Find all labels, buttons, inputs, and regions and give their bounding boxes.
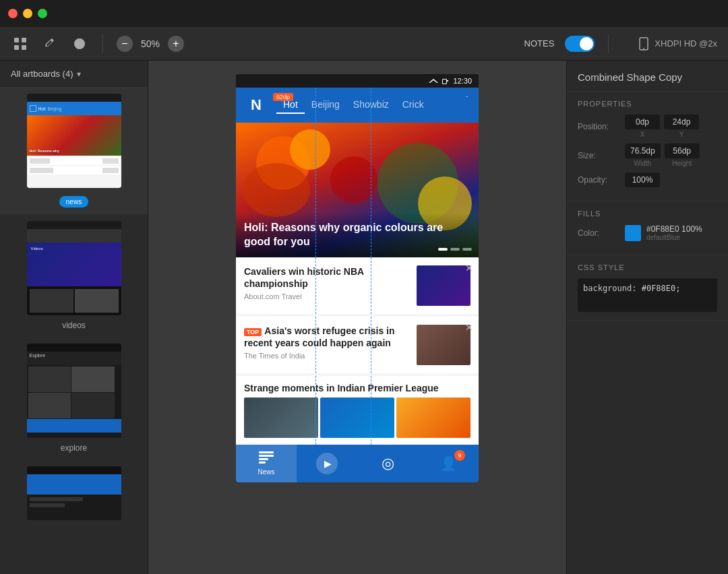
color-hex: #0F88E0 100% [646,224,702,234]
traffic-light-minimize[interactable] [23,9,32,18]
status-bar: 12:30 [236,74,479,88]
bottom-nav-explore[interactable]: ◎ [357,445,418,482]
color-info: #0F88E0 100% defaultBlue [646,224,702,241]
sidebar-item-videos[interactable]: Videos videos [0,214,148,337]
dot-1 [438,248,448,251]
blob6 [330,156,377,203]
phone-mockup: 12:30 N Hot Beijing Showbiz Crick + 62dp [236,74,479,482]
sidebar-item-explore[interactable]: Explore explore [0,337,148,459]
dot-2 [450,248,460,251]
blob2 [290,129,330,170]
zoom-minus-button[interactable]: − [117,36,133,52]
width-wrapper: 76.5dp Width [625,144,661,167]
artboard-thumb-videos: Videos [27,221,121,315]
size-label: Size: [578,151,625,160]
fills-section: FILLS Color: #0F88E0 100% defaultBlue [567,201,728,255]
nav-logo: N [244,93,268,117]
grid-item-3 [396,397,471,438]
traffic-light-fullscreen[interactable] [38,9,47,18]
svg-rect-10 [259,458,268,460]
notes-label: NOTES [524,38,555,49]
svg-rect-2 [14,45,19,50]
traffic-light-close[interactable] [8,9,18,18]
device-label: XHDPI HD @2x [655,38,717,49]
news-item-title-2: TOPAsia's worst refugee crisis in recent… [244,325,410,349]
news-item-1[interactable]: Cavaliers win historic NBA championship … [236,257,479,314]
height-wrapper: 56dp Height [665,144,700,167]
position-y-value[interactable]: 24dp [664,115,699,129]
profile-icon: 👤 [440,455,457,472]
hero-title: Holi: Reasons why organic colours are go… [244,221,471,249]
size-row: Size: 76.5dp Width 56dp Height [578,144,717,167]
x-wrapper: 0dp X [625,115,660,138]
artboard-label-explore: explore [61,443,87,453]
bottom-nav: News ▶ ◎ 👤 9 [236,445,479,482]
css-style-label: CSS STYLE [578,263,717,272]
height-value[interactable]: 56dp [665,144,700,158]
nav-tab-beijing[interactable]: Beijing [305,96,346,114]
svg-rect-11 [259,461,266,464]
svg-rect-7 [443,79,447,84]
nav-tabs: Hot Beijing Showbiz Crick + [276,96,471,114]
hero-image: Holi: Reasons why organic colours are go… [236,123,479,257]
y-wrapper: 24dp Y [664,115,699,138]
properties-section: PROPERTIES Position: 0dp X 24dp Y Size: [567,92,728,201]
nav-tab-crick[interactable]: Crick [396,96,431,114]
news-item-2[interactable]: TOPAsia's worst refugee crisis in recent… [236,317,479,373]
svg-rect-1 [22,38,26,42]
opacity-value[interactable]: 100% [625,172,660,187]
bottom-nav-news[interactable]: News [236,445,297,482]
separator-1 [102,34,103,53]
properties-label: PROPERTIES [578,100,717,108]
pencil-icon[interactable] [40,34,59,53]
sidebar: All artboards (4) ▾ Hot Beijing Holi: Re… [0,61,148,574]
color-row: Color: #0F88E0 100% defaultBlue [578,224,717,241]
nav-tab-showbiz[interactable]: Showbiz [346,96,396,114]
zoom-plus-button[interactable]: + [168,36,184,52]
phone-nav: N Hot Beijing Showbiz Crick + 62dp [236,88,479,123]
css-style-content[interactable]: background: #0F88E0; [578,278,717,312]
toggle-knob [580,37,593,51]
sidebar-item-profile[interactable] [0,459,148,532]
nav-add-button[interactable]: + [463,96,471,105]
svg-rect-0 [14,38,19,42]
news-close-2[interactable]: ✕ [465,322,473,333]
top-badge: TOP [244,328,262,336]
sidebar-header[interactable]: All artboards (4) ▾ [0,61,148,87]
play-icon: ▶ [324,458,332,469]
notification-badge: 9 [454,450,465,461]
bottom-nav-news-label: News [257,468,274,476]
position-values: 0dp X 24dp Y [625,115,699,138]
main-area: All artboards (4) ▾ Hot Beijing Holi: Re… [0,61,728,574]
news-item-thumb-1 [417,265,471,306]
blob3 [243,163,310,217]
fills-label: FILLS [578,210,717,218]
position-x-value[interactable]: 0dp [625,115,660,129]
svg-rect-9 [259,455,274,457]
bottom-nav-videos[interactable]: ▶ [297,445,357,482]
news-item-text-2: TOPAsia's worst refugee crisis in recent… [244,325,410,360]
x-label: X [625,131,660,138]
status-time: 12:30 [453,77,472,85]
grid-icon[interactable] [11,34,30,53]
news-item-source-2: The Times of India [244,352,410,360]
news-close-1[interactable]: ✕ [465,263,473,274]
zoom-value: 50% [138,38,162,49]
video-icon-circle: ▶ [316,453,338,474]
separator-2 [608,34,609,53]
news-item-thumb-2 [417,325,471,365]
toolbar: − 50% + NOTES XHDPI HD @2x [0,27,728,61]
zoom-control: − 50% + [117,36,184,52]
bottom-nav-profile[interactable]: 👤 9 [418,445,479,482]
canvas: 12:30 N Hot Beijing Showbiz Crick + 62dp [148,61,566,574]
notes-toggle[interactable] [565,36,595,52]
color-label: Color: [578,228,625,238]
sidebar-item-news[interactable]: Hot Beijing Holi: Reasons why ≡ ▶ ◎ [0,87,148,214]
width-value[interactable]: 76.5dp [625,144,661,158]
circle-icon[interactable] [70,34,89,53]
badge-62dp: 62dp [273,93,293,101]
color-name: defaultBlue [646,234,702,241]
color-swatch[interactable] [625,225,641,241]
news-item-source-1: About.com Travel [244,292,410,300]
sidebar-header-text: All artboards (4) [11,69,73,79]
